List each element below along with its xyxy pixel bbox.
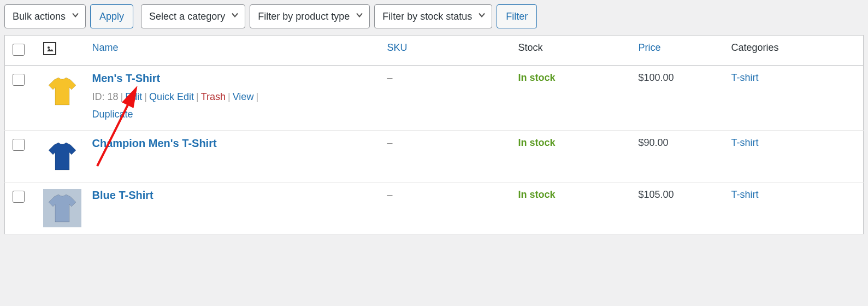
sku-value: – [387, 72, 393, 83]
column-header-sku[interactable]: SKU [382, 36, 513, 66]
table-row: Champion Men's T-Shirt–In stock$90.00T-s… [5, 130, 864, 182]
sku-value: – [387, 189, 393, 200]
product-title-link[interactable]: Men's T-Shirt [92, 72, 161, 84]
row-checkbox[interactable] [13, 74, 25, 86]
column-header-thumbnail [38, 36, 87, 66]
product-type-filter-select[interactable]: Filter by product type [250, 4, 370, 28]
product-thumbnail[interactable] [43, 137, 81, 175]
stock-status: In stock [518, 72, 556, 83]
products-table: Name SKU Stock Price Categories Men's T-… [4, 35, 864, 234]
product-id-label: ID: 18 [92, 91, 119, 102]
chevron-down-icon [477, 11, 486, 22]
stock-status: In stock [518, 189, 556, 200]
category-link[interactable]: T-shirt [731, 137, 759, 148]
price-value: $105.00 [639, 189, 674, 200]
duplicate-link[interactable]: Duplicate [92, 109, 133, 120]
apply-button[interactable]: Apply [90, 4, 133, 28]
chevron-down-icon [71, 11, 80, 22]
product-type-filter-label: Filter by product type [258, 11, 350, 22]
row-actions: ID: 18|Edit|Quick Edit|Trash|View|Duplic… [92, 88, 376, 123]
image-icon [43, 42, 56, 55]
column-header-name[interactable]: Name [87, 36, 382, 66]
product-title-link[interactable]: Champion Men's T-Shirt [92, 137, 217, 149]
svg-point-0 [48, 46, 50, 49]
table-row: Blue T-Shirt–In stock$105.00T-shirt [5, 182, 864, 234]
trash-link[interactable]: Trash [201, 91, 226, 102]
row-checkbox[interactable] [13, 191, 25, 203]
list-toolbar: Bulk actions Apply Select a category Fil… [0, 0, 868, 35]
stock-status: In stock [518, 137, 556, 148]
column-header-price[interactable]: Price [633, 36, 726, 66]
category-link[interactable]: T-shirt [731, 189, 759, 200]
column-header-stock: Stock [513, 36, 633, 66]
select-all-checkbox[interactable] [13, 44, 25, 56]
category-link[interactable]: T-shirt [731, 72, 759, 83]
chevron-down-icon [231, 11, 239, 22]
sku-value: – [387, 137, 393, 148]
stock-status-filter-label: Filter by stock status [382, 11, 472, 22]
column-header-checkbox [5, 36, 38, 66]
category-filter-select[interactable]: Select a category [141, 4, 245, 28]
filter-button[interactable]: Filter [497, 4, 537, 28]
product-thumbnail[interactable] [43, 189, 81, 227]
stock-status-filter-select[interactable]: Filter by stock status [374, 4, 492, 28]
product-thumbnail[interactable] [43, 72, 81, 110]
quick-edit-link[interactable]: Quick Edit [149, 91, 194, 102]
price-value: $90.00 [639, 137, 669, 148]
product-title-link[interactable]: Blue T-Shirt [92, 189, 153, 201]
price-value: $100.00 [639, 72, 674, 83]
category-filter-label: Select a category [149, 11, 225, 22]
edit-link[interactable]: Edit [125, 91, 142, 102]
bulk-actions-label: Bulk actions [13, 11, 66, 22]
view-link[interactable]: View [233, 91, 254, 102]
column-header-categories: Categories [726, 36, 864, 66]
table-row: Men's T-ShirtID: 18|Edit|Quick Edit|Tras… [5, 66, 864, 131]
bulk-actions-select[interactable]: Bulk actions [4, 4, 86, 28]
row-checkbox[interactable] [13, 139, 25, 151]
chevron-down-icon [355, 11, 364, 22]
